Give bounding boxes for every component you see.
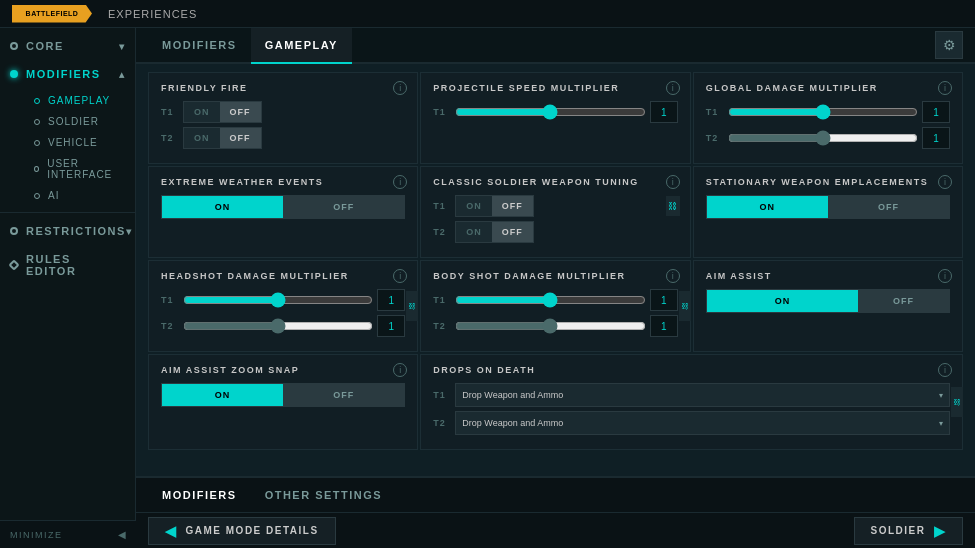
friendly-fire-title: FRIENDLY FIRE <box>161 83 405 93</box>
bottom-tab-modifiers[interactable]: MODIFIERS <box>148 478 251 514</box>
bottom-tab-other-settings[interactable]: OTHER SETTINGS <box>251 478 397 514</box>
classic-t1-off[interactable]: OFF <box>492 196 533 216</box>
friendly-fire-t2-toggle[interactable]: ON OFF <box>183 127 262 149</box>
settings-area: i FRIENDLY FIRE T1 ON OFF T2 ON OFF <box>136 64 975 476</box>
sidebar-sub-ai[interactable]: AI <box>26 185 135 206</box>
classic-t1-label: T1 <box>433 201 451 211</box>
aim-zoom-title: AIM ASSIST ZOOM SNAP <box>161 365 405 375</box>
sidebar-sub-vehicle[interactable]: Vehicle <box>26 132 135 153</box>
body-link-icon[interactable]: ⛓ <box>679 291 691 321</box>
footer: ◀ GAME MODE DETAILS SOLDIER ▶ <box>136 512 975 548</box>
body-t1-slider[interactable] <box>455 289 645 311</box>
extreme-weather-off[interactable]: OFF <box>283 196 404 218</box>
card-friendly-fire: i FRIENDLY FIRE T1 ON OFF T2 ON OFF <box>148 72 418 164</box>
body-t1-value: 1 <box>650 289 678 311</box>
stationary-weapon-toggle[interactable]: ON OFF <box>706 195 950 219</box>
friendly-fire-t2-row: T2 ON OFF <box>161 127 405 149</box>
sidebar-sub-soldier[interactable]: Soldier <box>26 111 135 132</box>
global-t2-row: T2 1 <box>706 127 950 149</box>
sidebar-sub-ui[interactable]: User Interface <box>26 153 135 185</box>
aim-assist-info-icon[interactable]: i <box>938 269 952 283</box>
body-t1-row: T1 1 <box>433 289 677 311</box>
sidebar: CORE ▾ MODIFIERS ▴ Gameplay Soldier Vehi… <box>0 28 136 548</box>
classic-t1-on[interactable]: ON <box>456 196 492 216</box>
headshot-t2-slider[interactable] <box>183 315 373 337</box>
projectile-speed-info-icon[interactable]: i <box>666 81 680 95</box>
modifiers-subnav: Gameplay Soldier Vehicle User Interface … <box>0 88 135 208</box>
stationary-off[interactable]: OFF <box>828 196 949 218</box>
minimize-chevron-icon: ◀ <box>118 529 126 540</box>
global-t1-slider[interactable] <box>728 101 918 123</box>
card-classic-soldier: i CLASSIC SOLDIER WEAPON TUNING T1 ON OF… <box>420 166 690 258</box>
logo: BATTLEFIELD <box>12 5 92 23</box>
sidebar-item-core[interactable]: CORE ▾ <box>0 32 135 60</box>
aim-zoom-off[interactable]: OFF <box>283 384 404 406</box>
classic-t2-toggle[interactable]: ON OFF <box>455 221 534 243</box>
next-button[interactable]: SOLDIER ▶ <box>854 517 963 545</box>
global-damage-title: GLOBAL DAMAGE MULTIPLIER <box>706 83 950 93</box>
aim-zoom-on[interactable]: ON <box>162 384 283 406</box>
stationary-weapon-title: STATIONARY WEAPON EMPLACEMENTS <box>706 177 950 187</box>
main-layout: CORE ▾ MODIFIERS ▴ Gameplay Soldier Vehi… <box>0 28 975 548</box>
body-shot-title: BODY SHOT DAMAGE MULTIPLIER <box>433 271 677 281</box>
extreme-weather-toggle[interactable]: ON OFF <box>161 195 405 219</box>
tab-modifiers[interactable]: MODIFIERS <box>148 28 251 64</box>
drops-t2-row: T2 Drop Weapon and Ammo ▾ <box>433 411 950 435</box>
classic-soldier-title: CLASSIC SOLDIER WEAPON TUNING <box>433 177 677 187</box>
restrictions-chevron-icon: ▾ <box>126 226 133 237</box>
sidebar-sub-gameplay[interactable]: Gameplay <box>26 90 135 111</box>
projectile-t1-slider[interactable] <box>455 101 645 123</box>
rules-dot-icon <box>8 259 19 270</box>
ff-t1-on[interactable]: ON <box>184 102 220 122</box>
classic-link-icon[interactable]: ⛓ <box>666 196 680 216</box>
headshot-t2-value: 1 <box>377 315 405 337</box>
global-damage-info-icon[interactable]: i <box>938 81 952 95</box>
drops-t1-arrow-icon: ▾ <box>939 391 943 400</box>
headshot-link-icon[interactable]: ⛓ <box>406 291 418 321</box>
sidebar-item-restrictions[interactable]: RESTRICTIONS ▾ <box>0 217 135 245</box>
card-projectile-speed: i PROJECTILE SPEED MULTIPLIER T1 1 <box>420 72 690 164</box>
core-chevron-icon: ▾ <box>119 41 126 52</box>
extreme-weather-on[interactable]: ON <box>162 196 283 218</box>
drops-t1-value: Drop Weapon and Ammo <box>462 390 563 400</box>
stationary-weapon-info-icon[interactable]: i <box>938 175 952 189</box>
back-button[interactable]: ◀ GAME MODE DETAILS <box>148 517 336 545</box>
classic-t2-off[interactable]: OFF <box>492 222 533 242</box>
drops-info-icon[interactable]: i <box>938 363 952 377</box>
headshot-t2-row: T2 1 <box>161 315 405 337</box>
global-t2-slider[interactable] <box>728 127 918 149</box>
proj-t1-label: T1 <box>433 107 451 117</box>
sidebar-item-modifiers[interactable]: MODIFIERS ▴ <box>0 60 135 88</box>
classic-t1-toggle[interactable]: ON OFF <box>455 195 534 217</box>
drops-t2-dropdown[interactable]: Drop Weapon and Ammo ▾ <box>455 411 950 435</box>
ff-t2-off[interactable]: OFF <box>220 128 261 148</box>
gear-button[interactable]: ⚙ <box>935 31 963 59</box>
card-stationary-weapon: i STATIONARY WEAPON EMPLACEMENTS ON OFF <box>693 166 963 258</box>
classic-soldier-info-icon[interactable]: i <box>666 175 680 189</box>
tab-gameplay[interactable]: GAMEPLAY <box>251 28 352 64</box>
settings-grid: i FRIENDLY FIRE T1 ON OFF T2 ON OFF <box>148 72 963 450</box>
sidebar-item-rules-editor[interactable]: RULES EDITOR <box>0 245 135 285</box>
gear-icon: ⚙ <box>943 37 956 53</box>
aim-assist-on[interactable]: ON <box>707 290 858 312</box>
drops-link-icon[interactable]: ⛓ <box>951 387 963 417</box>
stationary-on[interactable]: ON <box>707 196 828 218</box>
card-aim-assist-zoom: i AIM ASSIST ZOOM SNAP ON OFF <box>148 354 418 450</box>
minimize-bar[interactable]: MINIMIZE ◀ <box>0 520 136 548</box>
body-t2-value: 1 <box>650 315 678 337</box>
aim-assist-off[interactable]: OFF <box>858 290 949 312</box>
global-t1-value: 1 <box>922 101 950 123</box>
card-extreme-weather: i EXTREME WEATHER EVENTS ON OFF <box>148 166 418 258</box>
headshot-t1-slider[interactable] <box>183 289 373 311</box>
aim-assist-toggle[interactable]: ON OFF <box>706 289 950 313</box>
ff-t1-off[interactable]: OFF <box>220 102 261 122</box>
body-t2-slider[interactable] <box>455 315 645 337</box>
body-shot-info-icon[interactable]: i <box>666 269 680 283</box>
drops-t1-dropdown[interactable]: Drop Weapon and Ammo ▾ <box>455 383 950 407</box>
global-t2-value: 1 <box>922 127 950 149</box>
ff-t2-on[interactable]: ON <box>184 128 220 148</box>
drops-t2-value: Drop Weapon and Ammo <box>462 418 563 428</box>
friendly-fire-t1-toggle[interactable]: ON OFF <box>183 101 262 123</box>
classic-t2-on[interactable]: ON <box>456 222 492 242</box>
aim-zoom-toggle[interactable]: ON OFF <box>161 383 405 407</box>
